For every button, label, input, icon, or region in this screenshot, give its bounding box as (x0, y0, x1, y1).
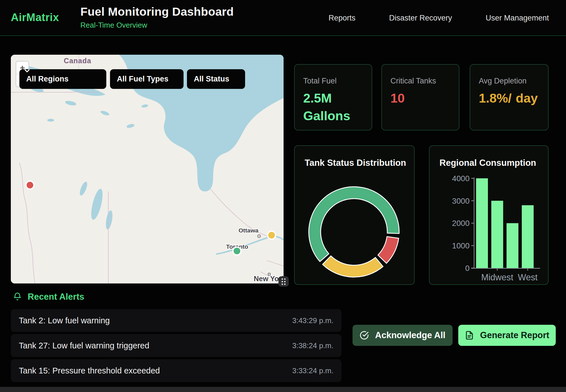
alert-text: Tank 27: Low fuel warning triggered (19, 341, 149, 350)
tank-status-donut-chart (295, 146, 414, 284)
check-circle-icon (360, 331, 369, 340)
kpi-label: Total Fuel (303, 77, 363, 85)
map-svg: Canada Ottawa Toronto New York (11, 55, 284, 283)
tank-marker-0[interactable] (26, 181, 34, 189)
page-subtitle: Real-Time Overview (80, 21, 234, 30)
bar-0[interactable] (476, 178, 488, 268)
tank-marker-2[interactable] (233, 247, 241, 255)
alert-row: Tank 2: Low fuel warning 3:43:29 p.m. (11, 309, 341, 332)
region-filter-dropdown[interactable]: All Regions (19, 69, 106, 89)
status-filter-dropdown[interactable]: All Status (187, 69, 245, 89)
kpi-card-total-fuel: Total Fuel 2.5M Gallons (294, 64, 372, 130)
kpi-value: 2.5M Gallons (303, 89, 363, 125)
fuel-type-filter-dropdown[interactable]: All Fuel Types (110, 69, 184, 89)
y-tick-label: 0 (465, 264, 469, 273)
kpi-label: Avg Depletion (479, 77, 539, 85)
map-label-ottawa: Ottawa (239, 227, 258, 234)
alert-timestamp: 3:38:24 p.m. (292, 341, 333, 350)
title-block: Fuel Monitoring Dashboard Real-Time Over… (80, 5, 234, 30)
x-tick-label: Midwest (481, 272, 513, 282)
map-resize-handle[interactable] (278, 276, 289, 287)
status-filter-value: All Status (194, 75, 229, 83)
alerts-header: Recent Alerts (13, 292, 84, 302)
tank-status-panel: Tank Status Distribution (294, 145, 415, 285)
acknowledge-all-button[interactable]: Acknowledge All (353, 325, 453, 346)
ottawa-town-dot-core (258, 236, 259, 236)
bell-icon (13, 292, 22, 301)
kpi-card-critical-tanks: Critical Tanks 10 (381, 64, 459, 130)
file-text-icon (465, 331, 474, 340)
kpi-value: 1.8%/ day (479, 89, 539, 107)
bottom-bar (0, 387, 566, 392)
nav-item-reports[interactable]: Reports (329, 14, 356, 23)
bar-1[interactable] (491, 201, 503, 268)
brand-logo: AirMatrix (11, 11, 59, 24)
map[interactable]: Canada Ottawa Toronto New York + − All R… (11, 55, 284, 283)
map-filter-bar: All Regions All Fuel Types All Status (19, 69, 245, 89)
page-title: Fuel Monitoring Dashboard (80, 5, 234, 19)
y-tick-label: 2000 (452, 219, 470, 228)
map-label-canada: Canada (64, 57, 91, 65)
region-filter-value: All Regions (26, 75, 69, 83)
y-tick-label: 1000 (452, 241, 470, 250)
alerts-title: Recent Alerts (28, 292, 84, 302)
alert-row: Tank 27: Low fuel warning triggered 3:38… (11, 334, 341, 357)
donut-segment-red[interactable] (378, 236, 399, 263)
main-nav: Reports Disaster Recovery User Managemen… (329, 0, 549, 36)
y-tick-label: 4000 (452, 174, 470, 183)
dashboard-page: AirMatrix Fuel Monitoring Dashboard Real… (0, 0, 566, 392)
tank-marker-1[interactable] (268, 231, 276, 239)
alert-text: Tank 15: Pressure threshold exceeded (19, 366, 160, 375)
app-header: AirMatrix Fuel Monitoring Dashboard Real… (0, 0, 566, 36)
fuel-type-filter-value: All Fuel Types (117, 75, 168, 83)
generate-report-button[interactable]: Generate Report (458, 325, 556, 346)
y-tick-label: 3000 (452, 197, 470, 205)
bar-3[interactable] (522, 205, 534, 268)
nav-item-disaster-recovery[interactable]: Disaster Recovery (389, 14, 452, 23)
kpi-label: Critical Tanks (390, 77, 450, 85)
acknowledge-all-label: Acknowledge All (375, 330, 445, 340)
kpi-value: 10 (390, 89, 450, 107)
kpi-card-avg-depletion: Avg Depletion 1.8%/ day (470, 64, 549, 130)
bar-2[interactable] (506, 223, 518, 268)
alert-row: Tank 15: Pressure threshold exceeded 3:3… (11, 359, 341, 382)
alert-text: Tank 2: Low fuel warning (19, 316, 110, 325)
alert-timestamp: 3:33:24 p.m. (292, 366, 333, 375)
chevron-down-icon (25, 69, 30, 72)
x-tick-label: West (518, 272, 538, 282)
nav-item-user-management[interactable]: User Management (486, 14, 549, 23)
regional-consumption-bar-chart: 01000200030004000MidwestWest (429, 146, 548, 284)
regional-consumption-panel: Regional Consumption 01000200030004000Mi… (429, 145, 549, 285)
donut-segment-yellow[interactable] (323, 256, 383, 277)
alert-timestamp: 3:43:29 p.m. (292, 316, 333, 325)
generate-report-label: Generate Report (480, 330, 549, 340)
